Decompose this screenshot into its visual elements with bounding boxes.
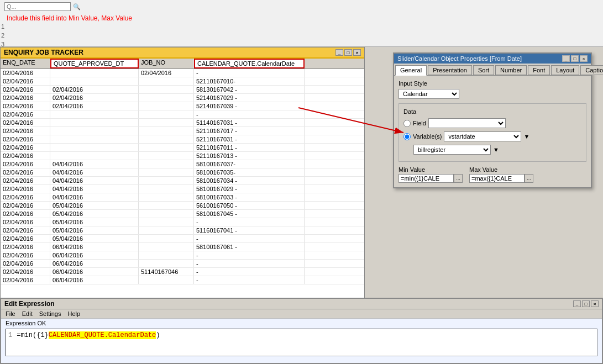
cell-quote: 05/04/2016 — [50, 210, 139, 218]
cell-job — [139, 210, 194, 218]
tab-bar: GeneralPresentationSortNumberFontLayoutC… — [394, 64, 591, 76]
cell-cal: - — [194, 110, 305, 118]
field-radio-row: Field — [403, 118, 581, 128]
expr-highlight: CALENDAR_QUOTE.CalendarDate — [49, 331, 156, 339]
cell-quote: 02/04/2016 — [50, 102, 139, 110]
cell-enq: 02/04/2016 — [1, 119, 50, 126]
table-row: 02/04/2016 - — [1, 110, 364, 119]
variable-select[interactable]: vstartdate — [444, 131, 521, 141]
max-value-input-row: ... — [469, 174, 533, 183]
cell-enq: 02/04/2016 — [1, 251, 50, 259]
edit-exp-editor[interactable]: 1=min({1}CALENDAR_QUOTE.CalendarDate) — [6, 329, 597, 356]
cell-enq: 02/04/2016 — [1, 235, 50, 242]
cell-job — [139, 119, 194, 126]
edit-exp-minimize-btn[interactable]: _ — [573, 300, 581, 307]
panel-restore-btn[interactable]: □ — [571, 55, 579, 62]
cell-cal: 58100167037- — [194, 160, 305, 168]
grid-header: ENQ_DATE QUOTE_APPROVED_DT JOB_NO CALEND… — [1, 59, 364, 69]
grid-title: ENQUIRY JOB TRACKER — [4, 49, 83, 56]
tab-presentation[interactable]: Presentation — [428, 65, 472, 75]
cell-cal: 52110167013 - — [194, 152, 305, 160]
cell-cal: - — [194, 218, 305, 226]
table-row: 02/04/2016 06/04/2016 51140167046 - — [1, 268, 364, 276]
min-value-field[interactable] — [398, 174, 454, 183]
search-input[interactable] — [4, 2, 71, 11]
cell-cal: 52110167017 - — [194, 127, 305, 135]
table-row: 02/04/2016 04/04/2016 58100167037- — [1, 160, 364, 168]
variable-select2[interactable]: billregister — [413, 145, 491, 155]
cell-quote: 04/04/2016 — [50, 185, 139, 193]
cell-cal: 58100167035- — [194, 168, 305, 176]
col-header-calendar: CALENDAR_QUOTE.CalendarDate — [194, 59, 305, 68]
max-value-field[interactable] — [469, 174, 525, 183]
min-max-section: Min Value ... Max Value ... — [398, 166, 586, 183]
tab-font[interactable]: Font — [528, 65, 550, 75]
cell-cal: 58100167045 - — [194, 210, 305, 218]
variable-dropdown-icon[interactable]: ▼ — [523, 133, 529, 140]
grid-restore-btn[interactable]: □ — [344, 49, 352, 56]
grid-close-btn[interactable]: × — [353, 49, 361, 56]
variables-radio[interactable] — [403, 133, 411, 140]
input-style-select[interactable]: Calendar — [398, 89, 459, 99]
panel-close-btn[interactable]: × — [580, 55, 588, 62]
tab-general[interactable]: General — [395, 65, 427, 76]
field-select[interactable] — [428, 118, 506, 128]
min-value-label: Min Value — [398, 166, 463, 173]
cell-quote — [50, 127, 139, 135]
grid-minimize-btn[interactable]: _ — [335, 49, 343, 56]
cell-quote: 06/04/2016 — [50, 276, 139, 284]
cell-quote: 06/04/2016 — [50, 243, 139, 251]
table-row: 02/04/2016 05/04/2016 51160167041 - — [1, 226, 364, 235]
edit-expression-panel: Edit Expression _ □ × FileEditSettingsHe… — [0, 298, 603, 364]
cell-job — [139, 144, 194, 151]
min-value-browse-btn[interactable]: ... — [454, 174, 463, 183]
variable2-dropdown-icon[interactable]: ▼ — [493, 146, 499, 153]
table-row: 02/04/2016 05/04/2016 56100167050 - — [1, 202, 364, 210]
tab-layout[interactable]: Layout — [551, 65, 579, 75]
table-row: 02/04/2016 05/04/2016 - — [1, 218, 364, 226]
min-value-input-row: ... — [398, 174, 463, 183]
table-row: 02/04/2016 02/04/2016 58130167042 - — [1, 86, 364, 94]
cell-cal: - — [194, 235, 305, 242]
search-icon[interactable]: 🔍 — [73, 3, 81, 10]
cell-quote: 04/04/2016 — [50, 177, 139, 184]
menu-item-help[interactable]: Help — [67, 310, 80, 317]
edit-exp-close-btn[interactable]: × — [591, 300, 599, 307]
menu-item-file[interactable]: File — [6, 310, 15, 317]
table-row: 02/04/2016 51140167031 - — [1, 119, 364, 127]
edit-exp-menu: FileEditSettingsHelp — [1, 309, 602, 319]
cell-job — [139, 102, 194, 110]
cell-job — [139, 160, 194, 168]
field-radio[interactable] — [403, 120, 411, 127]
cell-enq: 02/04/2016 — [1, 202, 50, 209]
cell-quote — [50, 135, 139, 143]
cell-enq: 02/04/2016 — [1, 69, 50, 77]
cell-quote: 05/04/2016 — [50, 202, 139, 209]
cell-enq: 02/04/2016 — [1, 276, 50, 284]
cell-quote: 06/04/2016 — [50, 251, 139, 259]
col-header-quote: QUOTE_APPROVED_DT — [50, 59, 139, 68]
table-row: 02/04/2016 05/04/2016 - — [1, 235, 364, 243]
table-row: 02/04/2016 52110167010- — [1, 77, 364, 86]
cell-job — [139, 135, 194, 143]
cell-enq: 02/04/2016 — [1, 127, 50, 135]
tab-number[interactable]: Number — [495, 65, 527, 75]
table-row: 02/04/2016 52110167017 - — [1, 127, 364, 135]
cell-cal: 58130167042 - — [194, 86, 305, 93]
cell-job — [139, 185, 194, 193]
data-label: Data — [403, 108, 581, 115]
tab-caption[interactable]: Caption — [580, 65, 603, 75]
cell-enq: 02/04/2016 — [1, 77, 50, 85]
menu-item-settings[interactable]: Settings — [39, 310, 61, 317]
table-row: 02/04/2016 04/04/2016 58100167035- — [1, 168, 364, 177]
panel-minimize-btn[interactable]: _ — [562, 55, 570, 62]
cell-enq: 02/04/2016 — [1, 193, 50, 201]
max-value-browse-btn[interactable]: ... — [525, 174, 533, 183]
edit-exp-restore-btn[interactable]: □ — [582, 300, 590, 307]
cell-quote — [50, 110, 139, 118]
line-numbers: 123 — [1, 22, 4, 49]
menu-item-edit[interactable]: Edit — [22, 310, 33, 317]
cell-quote: 04/04/2016 — [50, 160, 139, 168]
tab-sort[interactable]: Sort — [473, 65, 494, 75]
min-value-group: Min Value ... — [398, 166, 463, 183]
